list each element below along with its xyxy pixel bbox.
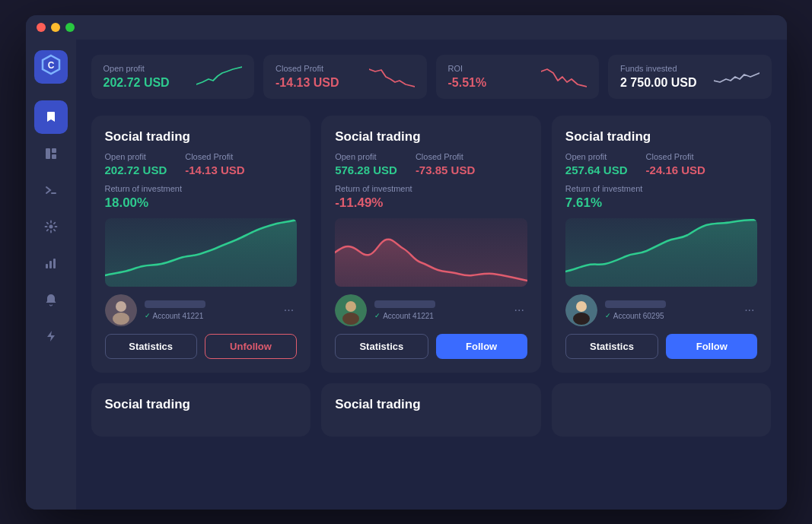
trader-name-block-2: ✓ Account 60295 <box>605 300 666 320</box>
partial-card-0: Social trading <box>91 383 311 437</box>
roi-value-1: -11.49% <box>335 195 527 211</box>
account-check-icon-1: ✓ <box>374 312 381 319</box>
closed-profit-value-0: -14.13 USD <box>185 164 244 176</box>
closed-profit-block-0: Closed Profit -14.13 USD <box>185 152 244 176</box>
logo[interactable]: C <box>34 50 68 84</box>
trader-left-2: ✓ Account 60295 <box>565 294 666 326</box>
trading-card-0: Social trading Open profit 202.72 USD Cl… <box>91 116 311 373</box>
statistics-button-2[interactable]: Statistics <box>565 334 658 359</box>
open-profit-label-1: Open profit <box>335 152 397 161</box>
roi-block-0: Return of investment 18.00% <box>105 184 298 211</box>
trader-account-0: ✓ Account 41221 <box>145 312 205 320</box>
follow-button-1[interactable]: Follow <box>436 334 527 359</box>
card-title-1: Social trading <box>335 129 527 144</box>
main-content: Open profit 202.72 USD Closed Profit -14… <box>76 40 787 510</box>
roi-label-2: Return of investment <box>565 184 758 193</box>
sidebar-item-notifications[interactable] <box>34 283 68 316</box>
chart-svg-2 <box>565 218 758 287</box>
svg-point-15 <box>345 301 356 312</box>
card-title-0: Social trading <box>105 129 298 144</box>
chart-svg-1 <box>335 218 527 287</box>
card-profits-1: Open profit 576.28 USD Closed Profit -73… <box>335 152 527 176</box>
stat-value-closed-profit: -14.13 USD <box>275 76 339 90</box>
sidebar: C <box>26 40 76 510</box>
svg-point-12 <box>116 301 126 312</box>
dots-menu-1[interactable]: ··· <box>511 300 527 320</box>
stat-value-roi: -5.51% <box>448 76 487 90</box>
closed-profit-block-2: Closed Profit -24.16 USD <box>646 152 705 176</box>
unfollow-button-0[interactable]: Unfollow <box>205 334 297 359</box>
trader-left-0: ✓ Account 41221 <box>105 294 205 326</box>
card-buttons-0: Statistics Unfollow <box>105 334 298 359</box>
account-check-icon-0: ✓ <box>145 312 151 319</box>
trader-left-1: ✓ Account 41221 <box>335 294 435 326</box>
card-title-2: Social trading <box>565 129 758 144</box>
chart-svg-0 <box>105 218 298 287</box>
stat-card-roi: ROI -5.51% <box>436 55 600 99</box>
sidebar-item-lightning[interactable] <box>34 319 68 353</box>
card-profits-0: Open profit 202.72 USD Closed Profit -14… <box>105 152 298 176</box>
maximize-dot[interactable] <box>65 23 75 32</box>
partial-card-title-1: Social trading <box>335 397 527 412</box>
svg-marker-10 <box>47 331 55 341</box>
stat-value-open-profit: 202.72 USD <box>103 76 170 90</box>
dots-menu-2[interactable]: ··· <box>741 300 757 320</box>
stats-bar: Open profit 202.72 USD Closed Profit -14… <box>91 55 772 99</box>
statistics-button-0[interactable]: Statistics <box>105 334 197 359</box>
svg-rect-2 <box>46 148 50 159</box>
sidebar-item-terminal[interactable] <box>34 173 68 207</box>
sidebar-item-layout[interactable] <box>34 137 68 170</box>
minimize-dot[interactable] <box>51 23 60 32</box>
closed-profit-label-0: Closed Profit <box>185 152 244 161</box>
trading-card-2: Social trading Open profit 257.64 USD Cl… <box>552 116 772 373</box>
closed-profit-label-2: Closed Profit <box>646 152 705 161</box>
chart-area-0 <box>105 218 298 287</box>
svg-point-19 <box>573 313 590 325</box>
avatar-2 <box>565 294 597 326</box>
mini-chart-roi <box>541 65 587 88</box>
card-profits-2: Open profit 257.64 USD Closed Profit -24… <box>565 152 758 176</box>
sidebar-item-charts[interactable] <box>34 246 68 280</box>
svg-point-6 <box>49 224 53 228</box>
trader-info-2: ✓ Account 60295 ··· <box>565 294 758 326</box>
svg-point-13 <box>113 313 129 325</box>
open-profit-label-0: Open profit <box>105 152 167 161</box>
svg-rect-8 <box>49 261 52 268</box>
cards-grid: Social trading Open profit 202.72 USD Cl… <box>91 116 772 373</box>
statistics-button-1[interactable]: Statistics <box>335 334 428 359</box>
trader-name-block-0: ✓ Account 41221 <box>145 300 205 320</box>
closed-profit-block-1: Closed Profit -73.85 USD <box>416 152 475 176</box>
trading-card-1: Social trading Open profit 576.28 USD Cl… <box>321 116 541 373</box>
sidebar-item-bookmark[interactable] <box>34 100 68 134</box>
open-profit-block-1: Open profit 576.28 USD <box>335 152 397 176</box>
svg-rect-7 <box>46 264 48 268</box>
trader-info-1: ✓ Account 41221 ··· <box>335 294 527 326</box>
open-profit-block-0: Open profit 202.72 USD <box>105 152 167 176</box>
partial-card-2 <box>552 383 772 437</box>
trader-name-blur-0 <box>145 300 205 308</box>
stat-info-roi: ROI -5.51% <box>448 64 487 90</box>
chart-area-1 <box>335 218 527 287</box>
titlebar <box>26 15 787 40</box>
trader-name-block-1: ✓ Account 41221 <box>374 300 435 320</box>
roi-block-2: Return of investment 7.61% <box>565 184 758 211</box>
stat-card-funds: Funds invested 2 750.00 USD <box>608 55 772 99</box>
roi-label-0: Return of investment <box>105 184 298 193</box>
closed-profit-value-1: -73.85 USD <box>416 164 475 176</box>
svg-text:C: C <box>47 60 54 71</box>
app-body: C <box>26 40 787 510</box>
stat-label-closed-profit: Closed Profit <box>275 64 339 73</box>
open-profit-label-2: Open profit <box>565 152 628 161</box>
card-buttons-2: Statistics Follow <box>565 334 758 359</box>
avatar-1 <box>335 294 367 326</box>
follow-button-2[interactable]: Follow <box>666 334 757 359</box>
stat-label-open-profit: Open profit <box>103 64 170 73</box>
traffic-lights <box>37 23 75 32</box>
dots-menu-0[interactable]: ··· <box>281 300 297 320</box>
sidebar-item-settings[interactable] <box>34 210 68 243</box>
stat-label-roi: ROI <box>448 64 487 73</box>
stat-value-funds: 2 750.00 USD <box>620 76 697 90</box>
card-buttons-1: Statistics Follow <box>335 334 527 359</box>
stat-card-closed-profit: Closed Profit -14.13 USD <box>263 55 427 99</box>
close-dot[interactable] <box>37 23 46 32</box>
